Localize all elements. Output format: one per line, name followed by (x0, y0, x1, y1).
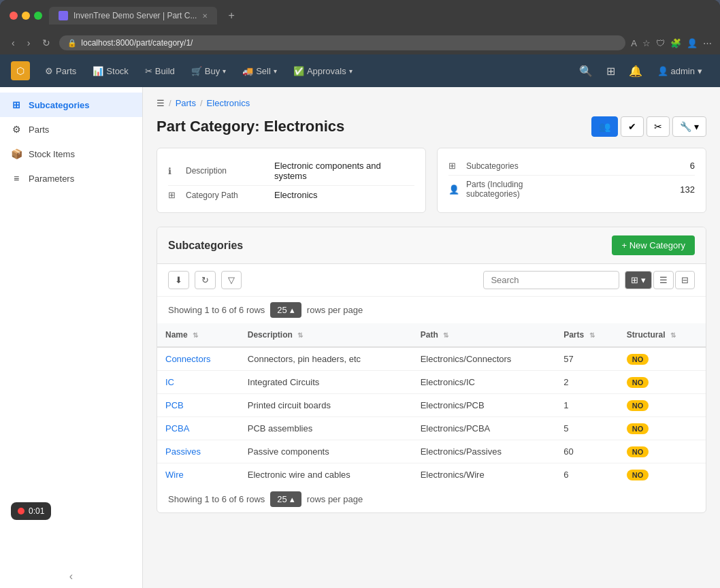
sidebar-collapse: ‹ (0, 568, 142, 585)
move-btn[interactable]: ✂ (647, 116, 670, 137)
new-category-btn[interactable]: + New Category (612, 235, 695, 255)
parts-count-row: 👤 Parts (Including subcategories) 132 (448, 176, 695, 203)
table-header-row: Name ⇅ Description ⇅ Path ⇅ (157, 323, 706, 347)
close-window-btn[interactable] (10, 12, 18, 20)
cell-parts-3: 5 (555, 417, 619, 440)
forward-btn[interactable]: › (24, 36, 34, 50)
edit-btn[interactable]: ✔ (621, 116, 644, 137)
extensions-icon[interactable]: 🧩 (670, 38, 681, 48)
search-nav-btn[interactable]: 🔍 (574, 61, 598, 82)
tree-view-btn[interactable]: ⊟ (675, 271, 695, 289)
grid-nav-btn[interactable]: ⊞ (601, 61, 621, 82)
cell-structural-5: NO (619, 463, 706, 487)
category-icon: ⊞ (168, 190, 179, 200)
download-btn[interactable]: ⬇ (168, 271, 189, 289)
bookmark-icon[interactable]: ☆ (642, 38, 651, 48)
row-link-2[interactable]: PCB (165, 400, 184, 410)
app-container: ⬡ ⚙ Parts 📊 Stock ✂ Build 🛒 Buy ▾ 🚚 Sel (0, 54, 720, 588)
search-input[interactable] (483, 271, 619, 289)
maximize-window-btn[interactable] (34, 12, 42, 20)
row-link-4[interactable]: Passives (165, 446, 201, 457)
cell-name-1: IC (157, 371, 240, 394)
cell-path-3: Electronics/PCBA (412, 417, 555, 440)
cell-desc-2: Printed circuit boards (240, 394, 412, 417)
showing-text-top: Showing 1 to 6 of 6 rows (168, 305, 265, 315)
nav-stock[interactable]: 📊 Stock (86, 62, 135, 80)
collapse-sidebar-btn[interactable]: ‹ (64, 568, 78, 585)
stock-side-icon: 📦 (11, 148, 22, 159)
cell-path-1: Electronics/IC (412, 371, 555, 394)
cell-structural-1: NO (619, 371, 706, 394)
recording-dot (18, 508, 24, 514)
per-page-btn-top[interactable]: 25 ▴ (270, 302, 301, 318)
minimize-window-btn[interactable] (22, 12, 30, 20)
table-row: PCB Printed circuit boards Electronics/P… (157, 394, 706, 417)
col-name[interactable]: Name ⇅ (157, 323, 240, 347)
shield-icon[interactable]: 🛡 (656, 38, 665, 48)
page-header: Part Category: Electronics 👥 ✔ ✂ 🔧 ▾ (157, 116, 706, 137)
sell-dropdown-icon: ▾ (274, 67, 277, 75)
info-cards: ℹ Description Electronic components and … (157, 148, 706, 213)
nav-sell[interactable]: 🚚 Sell ▾ (235, 62, 284, 80)
subcategories-section: Subcategories + New Category ⬇ ↻ ▽ ⊞ ▾ ☰ (157, 227, 706, 513)
parameters-icon: ≡ (11, 173, 22, 184)
sidebar-item-stock[interactable]: 📦 Stock Items (0, 142, 142, 166)
more-actions-btn[interactable]: 🔧 ▾ (672, 116, 706, 137)
per-page-btn-bottom[interactable]: 25 ▴ (270, 491, 301, 507)
refresh-table-btn[interactable]: ↻ (195, 271, 216, 289)
close-tab-btn[interactable]: ✕ (202, 12, 208, 20)
cell-structural-0: NO (619, 347, 706, 371)
col-description[interactable]: Description ⇅ (240, 323, 412, 347)
nav-approvals[interactable]: ✅ Approvals ▾ (287, 62, 359, 80)
logo-icon: ⬡ (16, 65, 24, 76)
cell-parts-2: 1 (555, 394, 619, 417)
sort-desc-icon: ⇅ (297, 331, 303, 339)
breadcrumb-category-link[interactable]: Electronics (207, 98, 250, 108)
per-page-arrow-top: ▴ (290, 305, 295, 315)
tab-favicon (59, 11, 68, 20)
breadcrumb-parts-link[interactable]: Parts (176, 98, 196, 108)
refresh-btn[interactable]: ↻ (39, 36, 54, 50)
breadcrumb-home-icon[interactable]: ☰ (157, 98, 165, 108)
assign-users-btn[interactable]: 👥 (591, 116, 618, 137)
row-link-3[interactable]: PCBA (165, 423, 189, 434)
nav-parts[interactable]: ⚙ Parts (38, 62, 83, 80)
app-navbar: ⬡ ⚙ Parts 📊 Stock ✂ Build 🛒 Buy ▾ 🚚 Sel (0, 54, 720, 87)
approvals-icon: ✅ (293, 66, 304, 76)
cell-name-2: PCB (157, 394, 240, 417)
bell-nav-btn[interactable]: 🔔 (623, 61, 648, 82)
nav-build[interactable]: ✂ Build (138, 62, 182, 80)
cell-desc-4: Passive components (240, 440, 412, 463)
row-link-1[interactable]: IC (165, 377, 174, 387)
profile-icon[interactable]: 👤 (687, 38, 698, 48)
subcategories-table: Name ⇅ Description ⇅ Path ⇅ (157, 323, 706, 486)
sidebar-item-subcategories[interactable]: ⊞ Subcategories (0, 93, 142, 117)
sidebar-item-parts[interactable]: ⚙ Parts (0, 117, 142, 142)
cell-desc-0: Connectors, pin headers, etc (240, 347, 412, 371)
structural-badge-1: NO (627, 377, 649, 388)
translate-icon[interactable]: A (631, 38, 637, 48)
recording-time: 0:01 (29, 506, 44, 516)
row-count-top: Showing 1 to 6 of 6 rows 25 ▴ rows per p… (157, 297, 706, 323)
back-btn[interactable]: ‹ (8, 36, 18, 50)
list-view-btn[interactable]: ☰ (653, 271, 674, 289)
row-link-0[interactable]: Connectors (165, 354, 210, 364)
user-dropdown-icon: ▾ (698, 66, 702, 76)
table-row: Passives Passive components Electronics/… (157, 440, 706, 463)
nav-buy[interactable]: 🛒 Buy ▾ (184, 62, 233, 80)
add-tab-btn[interactable]: + (228, 10, 234, 22)
user-menu[interactable]: 👤 admin ▾ (651, 62, 709, 80)
col-parts[interactable]: Parts ⇅ (555, 323, 619, 347)
address-bar[interactable]: 🔒 localhost:8000/part/category/1/ (59, 35, 625, 50)
col-path[interactable]: Path ⇅ (412, 323, 555, 347)
browser-tab[interactable]: InvenTree Demo Server | Part C... ✕ (49, 7, 217, 24)
row-link-5[interactable]: Wire (165, 470, 184, 480)
more-icon[interactable]: ⋯ (703, 38, 712, 48)
parts-count-icon: 👤 (448, 184, 459, 195)
cell-name-4: Passives (157, 440, 240, 463)
col-structural[interactable]: Structural ⇅ (619, 323, 706, 347)
structural-badge-4: NO (627, 446, 649, 457)
filter-btn[interactable]: ▽ (221, 271, 242, 289)
sidebar-item-parameters[interactable]: ≡ Parameters (0, 166, 142, 191)
card-view-btn[interactable]: ⊞ ▾ (625, 271, 652, 289)
